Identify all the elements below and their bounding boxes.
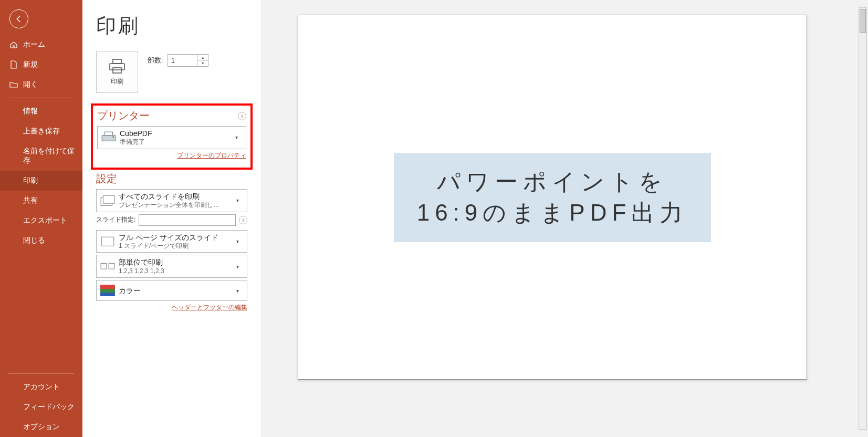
svg-rect-0	[110, 64, 124, 70]
preview-scrollbar[interactable]	[859, 7, 867, 430]
slide-content-box: パワーポイントを 16:9のままPDF出力	[394, 153, 712, 242]
nav-info[interactable]: 情報	[0, 101, 82, 121]
nav-share[interactable]: 共有	[0, 191, 82, 211]
layout-text: フル ページ サイズのスライド 1 スライド/ページで印刷	[119, 233, 236, 251]
collate-title: 部単位で印刷	[119, 257, 236, 267]
slide-spec-label: スライド指定:	[96, 215, 135, 224]
printer-properties-link[interactable]: プリンターのプロパティ	[97, 151, 246, 160]
print-range-title: すべてのスライドを印刷	[119, 192, 236, 201]
back-button[interactable]	[9, 9, 28, 28]
info-icon[interactable]: i	[238, 112, 246, 120]
nav-close-label: 閉じる	[23, 236, 45, 245]
collate-dropdown[interactable]: 部単位で印刷 1,2,3 1,2,3 1,2,3 ▾	[96, 255, 247, 278]
print-action-row: 印刷 部数: ▲ ▼	[96, 51, 247, 93]
header-footer-link[interactable]: ヘッダーとフッターの編集	[96, 303, 247, 312]
nav-save-as[interactable]: 名前を付けて保存	[0, 141, 82, 171]
print-button[interactable]: 印刷	[96, 51, 138, 93]
spin-down[interactable]: ▼	[198, 61, 208, 67]
nav-open-label: 開く	[23, 80, 38, 89]
page-title: 印刷	[96, 13, 247, 39]
color-text: カラー	[119, 286, 236, 295]
scrollbar-thumb[interactable]	[860, 9, 866, 33]
printer-section-title: プリンター i	[97, 109, 246, 123]
chevron-down-icon: ▾	[236, 238, 244, 244]
copies-spinbox[interactable]: ▲ ▼	[168, 54, 208, 67]
backstage-sidebar: ホーム 新規 開く 情報 上書き保存 名前を付けて保存 印刷 共有 エクスポート…	[0, 0, 82, 437]
printer-device-icon	[101, 130, 117, 145]
printer-dropdown-text: CubePDF 準備完了	[120, 129, 235, 147]
printer-icon	[108, 58, 126, 74]
printer-status: 準備完了	[120, 138, 235, 147]
layout-dropdown[interactable]: フル ページ サイズのスライド 1 スライド/ページで印刷 ▾	[96, 230, 247, 253]
nav-new[interactable]: 新規	[0, 55, 82, 75]
svg-rect-7	[103, 195, 114, 203]
settings-section-title: 設定	[96, 172, 247, 186]
chevron-down-icon: ▾	[236, 264, 244, 269]
layout-sub: 1 スライド/ページで印刷	[119, 242, 236, 251]
nav-share-label: 共有	[23, 196, 38, 205]
copies-control: 部数: ▲ ▼	[148, 54, 208, 67]
svg-rect-9	[101, 264, 107, 269]
nav-options-label: オプション	[23, 422, 60, 432]
nav-close[interactable]: 閉じる	[0, 231, 82, 251]
svg-point-5	[112, 136, 114, 138]
collate-sub: 1,2,3 1,2,3 1,2,3	[119, 267, 236, 276]
nav-account[interactable]: アカウント	[0, 377, 82, 397]
svg-rect-2	[113, 68, 121, 73]
spin-controls: ▲ ▼	[197, 55, 208, 66]
arrow-left-icon	[14, 14, 24, 24]
print-range-sub: プレゼンテーション全体を印刷し…	[119, 201, 236, 210]
layout-title: フル ページ サイズのスライド	[119, 233, 236, 242]
full-page-slide-icon	[100, 233, 116, 249]
svg-rect-8	[101, 237, 114, 246]
slides-stack-icon	[100, 193, 116, 209]
collate-text: 部単位で印刷 1,2,3 1,2,3 1,2,3	[119, 257, 236, 275]
svg-rect-1	[113, 59, 121, 64]
nav-info-label: 情報	[23, 107, 38, 116]
sidebar-divider	[8, 98, 74, 98]
nav-open[interactable]: 開く	[0, 75, 82, 95]
print-button-label: 印刷	[111, 77, 123, 86]
color-swatch-icon	[100, 283, 116, 298]
nav-save[interactable]: 上書き保存	[0, 121, 82, 141]
slide-spec-row: スライド指定: i	[96, 214, 247, 226]
printer-section-title-text: プリンター	[97, 109, 150, 123]
nav-feedback-label: フィードバック	[23, 402, 75, 412]
info-icon[interactable]: i	[239, 216, 247, 224]
sidebar-divider-2	[8, 373, 74, 374]
chevron-down-icon: ▾	[236, 288, 244, 294]
slide-spec-input[interactable]	[139, 214, 236, 226]
settings-section: 設定 すべてのスライドを印刷 プレゼンテーション全体を印刷し… ▾ スライド指定…	[96, 172, 247, 312]
color-dropdown[interactable]: カラー ▾	[96, 280, 247, 301]
nav-home[interactable]: ホーム	[0, 35, 82, 55]
print-settings-column: 印刷 印刷 部数: ▲ ▼	[82, 0, 261, 437]
nav-home-label: ホーム	[23, 40, 45, 49]
svg-rect-3	[102, 136, 116, 141]
nav-account-label: アカウント	[23, 382, 60, 392]
nav-feedback[interactable]: フィードバック	[0, 397, 82, 417]
nav-options[interactable]: オプション	[0, 417, 82, 437]
printer-dropdown[interactable]: CubePDF 準備完了 ▾	[97, 126, 246, 149]
folder-open-icon	[9, 80, 18, 89]
spin-up[interactable]: ▲	[198, 55, 208, 61]
slide-line-1: パワーポイントを	[417, 167, 688, 197]
nav-print[interactable]: 印刷	[0, 171, 82, 191]
svg-rect-10	[109, 264, 114, 269]
color-title: カラー	[119, 286, 236, 295]
copies-label: 部数:	[148, 56, 163, 65]
nav-export[interactable]: エクスポート	[0, 211, 82, 231]
chevron-down-icon: ▾	[236, 197, 244, 203]
chevron-down-icon: ▾	[235, 134, 243, 140]
nav-export-label: エクスポート	[23, 216, 67, 225]
home-icon	[9, 40, 18, 49]
nav-save-as-label: 名前を付けて保存	[23, 147, 75, 165]
highlight-printer-section: プリンター i CubePDF 準備完了 ▾ プリンターのプロパティ	[91, 103, 253, 170]
print-range-dropdown[interactable]: すべてのスライドを印刷 プレゼンテーション全体を印刷し… ▾	[96, 189, 247, 212]
slide-preview: パワーポイントを 16:9のままPDF出力	[298, 15, 807, 380]
file-new-icon	[9, 60, 18, 69]
print-preview-pane: パワーポイントを 16:9のままPDF出力	[261, 0, 868, 437]
nav-save-label: 上書き保存	[23, 127, 60, 136]
print-range-text: すべてのスライドを印刷 プレゼンテーション全体を印刷し…	[119, 192, 236, 210]
copies-input[interactable]	[168, 55, 197, 66]
settings-section-title-text: 設定	[96, 172, 117, 186]
